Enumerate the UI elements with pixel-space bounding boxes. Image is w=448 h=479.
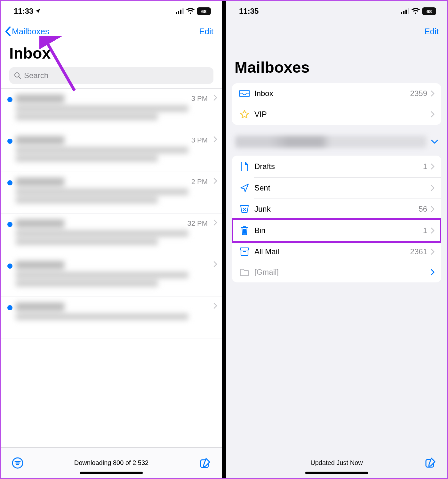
message-time: 3 PM: [191, 94, 208, 103]
svg-rect-0: [176, 12, 177, 14]
back-label: Mailboxes: [12, 27, 49, 37]
home-indicator[interactable]: [80, 472, 143, 474]
search-icon: [14, 72, 21, 79]
battery-text: 68: [427, 9, 432, 14]
chevron-right-icon: [213, 261, 217, 267]
location-icon: [35, 8, 41, 14]
chevron-right-icon: [429, 227, 436, 234]
mailbox-row-inbox[interactable]: Inbox 2359: [232, 83, 441, 104]
chevron-right-icon: [213, 219, 217, 226]
chevron-right-icon: [429, 90, 436, 97]
status-indicators: 68: [176, 7, 211, 15]
search-placeholder: Search: [24, 71, 48, 80]
message-row[interactable]: 3 PM: [1, 130, 222, 172]
message-row[interactable]: [1, 297, 222, 338]
row-label: Drafts: [254, 162, 423, 171]
mailbox-row-sent[interactable]: Sent: [232, 177, 441, 199]
status-bar: 11:33 68: [1, 1, 222, 21]
home-indicator[interactable]: [305, 472, 368, 474]
svg-rect-2: [180, 10, 181, 14]
row-label: All Mail: [254, 247, 410, 256]
account-section-header[interactable]: [235, 134, 438, 150]
mailbox-group-account: Drafts 1 Sent Junk 56: [232, 156, 441, 282]
mailbox-group-top: Inbox 2359 VIP: [232, 83, 441, 125]
toolbar-status: Downloading 800 of 2,532: [25, 459, 197, 467]
svg-rect-12: [401, 12, 402, 14]
unread-dot-icon: [7, 180, 12, 185]
row-label: [Gmail]: [254, 268, 429, 277]
junk-icon: [238, 204, 251, 214]
message-list[interactable]: 3 PM 3 PM 2 PM 32 PM: [1, 88, 222, 447]
chevron-right-icon: [213, 94, 217, 101]
doc-icon: [238, 161, 251, 172]
folder-icon: [238, 268, 251, 276]
battery-icon: 68: [422, 7, 436, 15]
unread-dot-icon: [7, 222, 12, 227]
chevron-right-icon: [429, 248, 436, 255]
unread-dot-icon: [7, 264, 12, 269]
compose-button[interactable]: [423, 457, 438, 469]
archive-icon: [238, 247, 251, 256]
message-preview: [16, 261, 219, 291]
row-count: 1: [423, 162, 427, 171]
row-count: 2359: [410, 89, 427, 98]
message-time: 32 PM: [187, 219, 208, 228]
row-label: VIP: [254, 110, 429, 119]
mailbox-row-drafts[interactable]: Drafts 1: [232, 156, 441, 177]
mailbox-row-gmail[interactable]: [Gmail]: [232, 262, 441, 282]
message-row[interactable]: [1, 255, 222, 297]
page-title: Inbox: [1, 40, 222, 66]
chevron-right-icon: [213, 136, 217, 142]
status-time-text: 11:35: [239, 7, 259, 16]
message-row[interactable]: 32 PM: [1, 214, 222, 255]
mailbox-row-junk[interactable]: Junk 56: [232, 199, 441, 220]
mailbox-row-vip[interactable]: VIP: [232, 104, 441, 125]
mailbox-row-allmail[interactable]: All Mail 2361: [232, 241, 441, 262]
filter-button[interactable]: [10, 457, 25, 469]
cell-signal-icon: [176, 8, 184, 14]
battery-icon: 68: [197, 7, 211, 15]
svg-rect-13: [403, 11, 404, 14]
row-label: Inbox: [254, 89, 410, 98]
star-icon: [238, 110, 251, 119]
battery-text: 68: [201, 9, 207, 14]
mailbox-row-bin[interactable]: Bin 1: [232, 220, 441, 241]
row-label: Junk: [254, 205, 419, 214]
row-count: 2361: [410, 247, 427, 256]
message-time: 2 PM: [191, 178, 208, 186]
chevron-right-icon: [429, 269, 436, 275]
message-time: 3 PM: [191, 136, 208, 144]
status-time: 11:35: [239, 7, 259, 16]
message-preview: [16, 178, 219, 207]
message-row[interactable]: 3 PM: [1, 89, 222, 130]
search-input[interactable]: Search: [9, 67, 213, 84]
page-title: Mailboxes: [226, 40, 447, 80]
svg-rect-1: [178, 11, 179, 14]
message-preview: [16, 94, 219, 124]
message-row[interactable]: 2 PM: [1, 172, 222, 214]
back-mailboxes-button[interactable]: Mailboxes: [5, 27, 49, 37]
svg-rect-15: [408, 8, 409, 14]
row-label: Sent: [254, 183, 429, 192]
chevron-right-icon: [429, 185, 436, 191]
chevron-right-icon: [213, 303, 217, 309]
inbox-icon: [238, 89, 251, 98]
edit-button[interactable]: Edit: [199, 27, 213, 37]
svg-rect-3: [182, 8, 184, 14]
chevron-right-icon: [213, 178, 217, 184]
compose-button[interactable]: [197, 457, 213, 469]
cell-signal-icon: [401, 8, 409, 14]
toolbar-status: Updated Just Now: [251, 459, 423, 467]
row-count: 1: [423, 226, 427, 235]
send-icon: [238, 183, 251, 193]
unread-dot-icon: [7, 305, 12, 310]
status-indicators: 68: [401, 7, 436, 15]
chevron-down-icon: [431, 140, 438, 144]
svg-rect-16: [240, 248, 249, 250]
status-bar: 11:35 68: [226, 1, 447, 21]
row-count: 56: [419, 205, 427, 214]
edit-button[interactable]: Edit: [424, 27, 439, 37]
status-time-text: 11:33: [14, 7, 33, 16]
status-time: 11:33: [14, 7, 41, 16]
wifi-icon: [186, 8, 195, 14]
